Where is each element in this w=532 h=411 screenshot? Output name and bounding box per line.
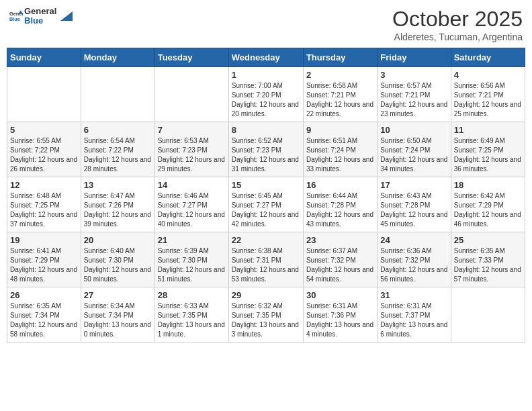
day-info: Sunrise: 6:51 AMSunset: 7:24 PMDaylight:…	[306, 136, 374, 174]
calendar-cell: 7Sunrise: 6:53 AMSunset: 7:23 PMDaylight…	[154, 122, 228, 177]
calendar-cell: 3Sunrise: 6:57 AMSunset: 7:21 PMDaylight…	[378, 67, 451, 122]
calendar-cell: 31Sunrise: 6:31 AMSunset: 7:37 PMDayligh…	[378, 287, 451, 342]
day-number: 27	[84, 290, 152, 300]
calendar-cell: 10Sunrise: 6:50 AMSunset: 7:24 PMDayligh…	[378, 122, 451, 177]
calendar-cell: 19Sunrise: 6:41 AMSunset: 7:29 PMDayligh…	[7, 232, 81, 287]
calendar-cell	[154, 67, 228, 122]
calendar-cell	[7, 67, 81, 122]
day-info: Sunrise: 6:57 AMSunset: 7:21 PMDaylight:…	[380, 81, 447, 119]
day-number: 30	[306, 290, 374, 300]
day-number: 21	[158, 235, 226, 245]
location-subtitle: Alderetes, Tucuman, Argentina	[392, 32, 523, 42]
day-of-week-header: Friday	[378, 48, 451, 67]
day-of-week-header: Sunday	[7, 48, 81, 67]
calendar-week-row: 1Sunrise: 7:00 AMSunset: 7:20 PMDaylight…	[7, 67, 525, 122]
calendar-cell: 22Sunrise: 6:38 AMSunset: 7:31 PMDayligh…	[228, 232, 303, 287]
calendar-cell: 11Sunrise: 6:49 AMSunset: 7:25 PMDayligh…	[451, 122, 525, 177]
day-number: 2	[306, 70, 374, 80]
day-number: 29	[232, 290, 300, 300]
logo-icon: General Blue	[9, 9, 23, 23]
svg-marker-3	[60, 11, 73, 21]
calendar-cell: 15Sunrise: 6:45 AMSunset: 7:27 PMDayligh…	[228, 177, 303, 232]
day-info: Sunrise: 6:35 AMSunset: 7:34 PMDaylight:…	[10, 302, 78, 339]
day-info: Sunrise: 6:36 AMSunset: 7:32 PMDaylight:…	[380, 246, 447, 284]
calendar-cell: 28Sunrise: 6:33 AMSunset: 7:35 PMDayligh…	[154, 287, 228, 342]
logo-blue-text: Blue	[24, 16, 56, 26]
calendar-cell: 1Sunrise: 7:00 AMSunset: 7:20 PMDaylight…	[228, 67, 303, 122]
day-info: Sunrise: 6:41 AMSunset: 7:29 PMDaylight:…	[10, 246, 78, 284]
day-info: Sunrise: 6:39 AMSunset: 7:30 PMDaylight:…	[158, 246, 226, 284]
day-of-week-header: Tuesday	[154, 48, 228, 67]
calendar-cell: 18Sunrise: 6:42 AMSunset: 7:29 PMDayligh…	[451, 177, 525, 232]
day-number: 6	[84, 125, 152, 135]
day-info: Sunrise: 6:50 AMSunset: 7:24 PMDaylight:…	[380, 136, 447, 174]
svg-text:Blue: Blue	[9, 17, 20, 23]
logo-triangle-icon	[58, 9, 73, 24]
calendar-cell: 13Sunrise: 6:47 AMSunset: 7:26 PMDayligh…	[81, 177, 154, 232]
calendar-cell	[451, 287, 525, 342]
day-number: 25	[454, 235, 522, 245]
title-block: October 2025 Alderetes, Tucuman, Argenti…	[392, 7, 523, 42]
day-info: Sunrise: 6:38 AMSunset: 7:31 PMDaylight:…	[232, 246, 300, 284]
day-info: Sunrise: 6:45 AMSunset: 7:27 PMDaylight:…	[232, 191, 300, 229]
day-info: Sunrise: 6:53 AMSunset: 7:23 PMDaylight:…	[158, 136, 226, 174]
calendar-cell: 26Sunrise: 6:35 AMSunset: 7:34 PMDayligh…	[7, 287, 81, 342]
day-info: Sunrise: 6:55 AMSunset: 7:22 PMDaylight:…	[10, 136, 78, 174]
day-info: Sunrise: 6:35 AMSunset: 7:33 PMDaylight:…	[454, 246, 522, 284]
day-number: 15	[232, 180, 300, 190]
day-info: Sunrise: 6:47 AMSunset: 7:26 PMDaylight:…	[84, 191, 152, 229]
calendar-week-row: 26Sunrise: 6:35 AMSunset: 7:34 PMDayligh…	[7, 287, 525, 342]
day-info: Sunrise: 6:58 AMSunset: 7:21 PMDaylight:…	[306, 81, 374, 119]
day-number: 14	[158, 180, 226, 190]
day-info: Sunrise: 6:54 AMSunset: 7:22 PMDaylight:…	[84, 136, 152, 174]
day-number: 26	[10, 290, 78, 300]
day-number: 4	[454, 70, 522, 80]
page-header: General Blue General Blue October 2025 A…	[7, 7, 525, 42]
day-number: 8	[232, 125, 300, 135]
day-number: 3	[380, 70, 447, 80]
calendar-cell: 4Sunrise: 6:56 AMSunset: 7:21 PMDaylight…	[451, 67, 525, 122]
day-number: 1	[232, 70, 300, 80]
day-number: 7	[158, 125, 226, 135]
day-info: Sunrise: 6:46 AMSunset: 7:27 PMDaylight:…	[158, 191, 226, 229]
day-number: 20	[84, 235, 152, 245]
day-number: 18	[454, 180, 522, 190]
calendar-cell: 23Sunrise: 6:37 AMSunset: 7:32 PMDayligh…	[303, 232, 377, 287]
calendar-week-row: 19Sunrise: 6:41 AMSunset: 7:29 PMDayligh…	[7, 232, 525, 287]
calendar-cell: 5Sunrise: 6:55 AMSunset: 7:22 PMDaylight…	[7, 122, 81, 177]
calendar-cell: 6Sunrise: 6:54 AMSunset: 7:22 PMDaylight…	[81, 122, 154, 177]
day-info: Sunrise: 6:37 AMSunset: 7:32 PMDaylight:…	[306, 246, 374, 284]
day-number: 28	[158, 290, 226, 300]
day-info: Sunrise: 6:31 AMSunset: 7:37 PMDaylight:…	[380, 302, 447, 339]
day-info: Sunrise: 6:52 AMSunset: 7:23 PMDaylight:…	[232, 136, 300, 174]
day-of-week-header: Thursday	[303, 48, 377, 67]
day-of-week-header: Wednesday	[228, 48, 303, 67]
day-info: Sunrise: 6:56 AMSunset: 7:21 PMDaylight:…	[454, 81, 522, 119]
day-number: 16	[306, 180, 374, 190]
day-info: Sunrise: 6:32 AMSunset: 7:35 PMDaylight:…	[232, 302, 300, 339]
calendar-cell: 16Sunrise: 6:44 AMSunset: 7:28 PMDayligh…	[303, 177, 377, 232]
day-info: Sunrise: 6:49 AMSunset: 7:25 PMDaylight:…	[454, 136, 522, 174]
calendar-cell: 9Sunrise: 6:51 AMSunset: 7:24 PMDaylight…	[303, 122, 377, 177]
day-info: Sunrise: 6:33 AMSunset: 7:35 PMDaylight:…	[158, 302, 226, 339]
day-number: 11	[454, 125, 522, 135]
logo-general-text: General	[24, 7, 56, 16]
day-of-week-header: Saturday	[451, 48, 525, 67]
day-number: 17	[380, 180, 447, 190]
calendar-cell: 29Sunrise: 6:32 AMSunset: 7:35 PMDayligh…	[228, 287, 303, 342]
calendar-cell: 17Sunrise: 6:43 AMSunset: 7:28 PMDayligh…	[378, 177, 451, 232]
day-number: 23	[306, 235, 374, 245]
day-number: 31	[380, 290, 447, 300]
day-of-week-header: Monday	[81, 48, 154, 67]
calendar-cell: 14Sunrise: 6:46 AMSunset: 7:27 PMDayligh…	[154, 177, 228, 232]
day-number: 22	[232, 235, 300, 245]
calendar-cell: 27Sunrise: 6:34 AMSunset: 7:34 PMDayligh…	[81, 287, 154, 342]
day-number: 24	[380, 235, 447, 245]
day-info: Sunrise: 7:00 AMSunset: 7:20 PMDaylight:…	[232, 81, 300, 119]
day-number: 12	[10, 180, 78, 190]
calendar-table: SundayMondayTuesdayWednesdayThursdayFrid…	[7, 48, 525, 342]
day-info: Sunrise: 6:44 AMSunset: 7:28 PMDaylight:…	[306, 191, 374, 229]
calendar-week-row: 5Sunrise: 6:55 AMSunset: 7:22 PMDaylight…	[7, 122, 525, 177]
day-info: Sunrise: 6:40 AMSunset: 7:30 PMDaylight:…	[84, 246, 152, 284]
day-info: Sunrise: 6:43 AMSunset: 7:28 PMDaylight:…	[380, 191, 447, 229]
